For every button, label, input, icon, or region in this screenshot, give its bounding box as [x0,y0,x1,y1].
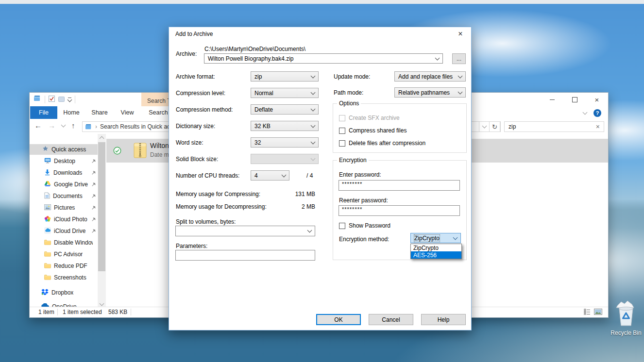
refresh-button[interactable]: ↻ [490,121,500,132]
new-folder-icon[interactable] [58,95,65,104]
dropdown-option-zipcrypto[interactable]: ZipCrypto [411,244,461,251]
sidebar-item-screenshots[interactable]: Screenshots [30,272,98,283]
sidebar-item-desktop[interactable]: Desktop [30,156,98,166]
split-volumes-combobox[interactable] [175,226,315,236]
word-size-combobox[interactable]: 32 [251,137,319,148]
details-view-icon[interactable] [584,309,591,316]
scrollbar-thumb[interactable] [98,142,105,271]
up-icon[interactable]: ↑ [71,121,75,130]
tab-file[interactable]: File [30,106,57,119]
memory-decompress-value: 2 MB [293,203,315,210]
chevron-down-icon [311,156,316,161]
qat-customize-icon[interactable] [68,98,71,101]
scroll-up-icon[interactable] [98,134,106,142]
create-sfx-checkbox [339,115,345,121]
compression-level-label: Compression level: [176,90,225,97]
delete-after-label: Delete files after compression [349,140,425,147]
ok-button[interactable]: OK [316,314,361,325]
ribbon-collapse-icon[interactable] [583,110,588,115]
compression-method-label: Compression method: [176,106,233,113]
show-password-checkbox-row[interactable]: Show Password [339,222,390,229]
sidebar-item-dropbox[interactable]: Dropbox [30,287,98,298]
dictionary-size-combobox[interactable]: 32 KB [251,121,319,131]
maximize-button[interactable] [563,93,586,106]
delete-after-checkbox-row[interactable]: Delete files after compression [339,140,425,147]
path-mode-combobox[interactable]: Relative pathnames [394,87,466,98]
show-password-checkbox[interactable] [339,223,345,229]
sidebar-item-reduce-pdf[interactable]: Reduce PDF [30,261,98,271]
sidebar-item-pictures[interactable]: Pictures [30,202,98,213]
archive-format-label: Archive format: [176,73,215,80]
forward-icon[interactable]: → [48,121,55,130]
archive-name-combobox[interactable]: Wilton Powell Biography.bak4.zip [204,53,443,64]
properties-icon[interactable] [49,95,55,104]
delete-after-checkbox[interactable] [339,140,345,147]
help-icon[interactable]: ? [593,109,601,117]
chevron-down-icon [458,89,463,94]
sidebar-item-label: Documents [53,193,83,199]
cancel-button[interactable]: Cancel [369,314,413,325]
compression-level-combobox[interactable]: Normal [251,88,319,98]
breadcrumb-separator: › [95,123,97,130]
icloud-drive-icon [44,227,51,235]
sidebar-item-downloads[interactable]: Downloads [30,167,98,178]
recycle-bin-icon [613,320,639,329]
sidebar-item-google-drive[interactable]: Google Drive [30,179,98,190]
sidebar-item-documents[interactable]: Documents [30,191,98,201]
parameters-input[interactable] [175,250,315,261]
tab-home[interactable]: Home [61,106,82,119]
chevron-down-icon[interactable] [435,55,440,60]
clear-search-icon[interactable]: × [596,123,600,131]
sidebar-item-quick-access[interactable]: Quick access [30,144,98,155]
sidebar-item-icloud-drive[interactable]: iCloud Drive [30,226,98,236]
back-icon[interactable]: ← [34,121,42,130]
cpu-threads-combobox[interactable]: 4 [251,170,289,181]
dialog-close-icon[interactable]: × [456,30,465,38]
downloads-icon [44,169,51,177]
enter-password-label: Enter password: [339,171,381,178]
compress-shared-checkbox-row[interactable]: Compress shared files [339,127,407,134]
update-mode-combobox[interactable]: Add and replace files [394,71,466,82]
recycle-bin[interactable]: Recycle Bin [607,299,644,336]
reenter-password-label: Reenter password: [339,197,388,204]
browse-button[interactable]: ... [452,53,466,64]
encryption-group-title: Encryption [337,157,369,164]
icloud-photos-icon [44,215,51,224]
close-button[interactable]: × [586,93,608,106]
tab-view[interactable]: View [118,106,136,119]
recent-locations-icon[interactable] [61,122,66,127]
options-group-title: Options [337,100,361,107]
qat-separator [45,96,45,103]
thumbnail-view-icon[interactable] [594,309,602,316]
sidebar-item-disable-window[interactable]: Disable Window [30,237,98,248]
chevron-down-icon [311,106,316,111]
dropdown-option-aes256[interactable]: AES-256 [411,251,461,259]
sidebar-item-icloud-photo[interactable]: iCloud Photo [30,214,98,225]
reenter-password-input[interactable]: ******** [339,205,460,216]
tab-search[interactable]: Search [147,106,169,119]
archive-format-combobox[interactable]: zip [251,71,319,82]
pin-icon [91,228,96,235]
address-location-icon [85,124,92,130]
add-to-archive-dialog: Add to Archive × Archive: C:\Users\Marty… [169,27,472,330]
sidebar-item-pc-advisor[interactable]: PC Advisor [30,249,98,260]
qat-separator2 [75,96,75,103]
sidebar-item-label: iCloud Photo [54,216,87,223]
navpane-scrollbar[interactable] [98,134,106,308]
create-sfx-checkbox-row: Create SFX archive [339,115,400,121]
maximize-icon [572,97,577,102]
sidebar-item-label: iCloud Drive [54,228,85,234]
encryption-method-value: ZipCrypto [414,235,440,242]
enter-password-input[interactable]: ******** [339,180,460,191]
chevron-down-icon [311,123,316,128]
folder-icon [44,251,51,258]
minimize-button[interactable] [541,93,563,106]
search-input[interactable]: zip × [504,121,604,132]
help-button[interactable]: Help [421,314,466,325]
status-separator [57,309,58,315]
tab-share[interactable]: Share [90,106,109,119]
address-dropdown-button[interactable] [479,121,490,132]
encryption-method-combobox[interactable]: ZipCrypto [410,233,461,243]
compression-method-combobox[interactable]: Deflate [251,104,319,115]
compress-shared-checkbox[interactable] [339,128,345,134]
